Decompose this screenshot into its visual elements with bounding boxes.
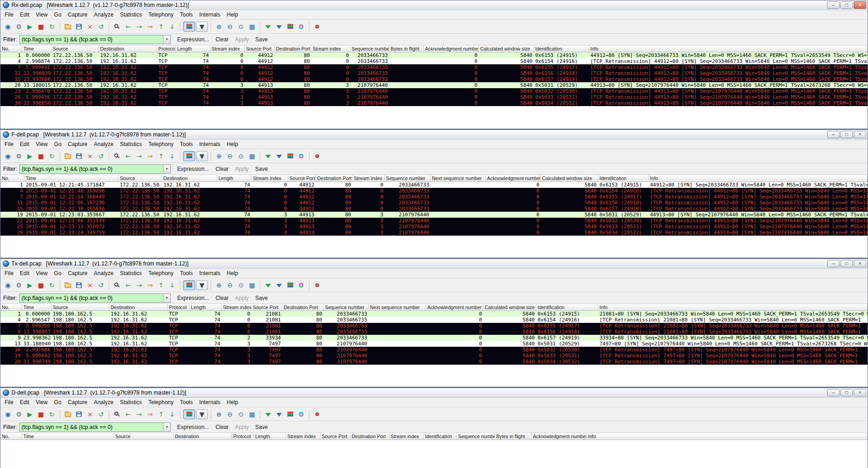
menu-capture[interactable]: Capture: [65, 269, 91, 277]
stop-capture-button[interactable]: ■: [35, 151, 46, 162]
minimize-button[interactable]: –: [827, 389, 840, 396]
menu-analyze[interactable]: Analyze: [91, 11, 117, 19]
packet-row[interactable]: 12015-09-01 12:21:45.171847172.22.136.50…: [0, 182, 868, 188]
help-button[interactable]: [312, 151, 323, 162]
column-header-no[interactable]: No.: [0, 304, 22, 310]
column-header-source-port[interactable]: Source Port: [252, 304, 282, 310]
column-header-calculated-window-size[interactable]: Calculated window size: [479, 45, 534, 52]
zoom-100-button[interactable]: ⊙: [235, 280, 246, 291]
menu-tools[interactable]: Tools: [177, 398, 196, 406]
column-header-identification[interactable]: Identification: [424, 433, 457, 440]
filter-input[interactable]: [20, 294, 163, 302]
clear-button[interactable]: Clear: [215, 36, 229, 43]
stop-capture-button[interactable]: ■: [35, 280, 46, 291]
packet-row[interactable]: 152015-09-01 12:22:30.165656172.22.136.5…: [0, 206, 868, 212]
packet-row[interactable]: 811.998857198.180.162.5192.16.31.62TCP74…: [0, 329, 868, 335]
display-filters-button[interactable]: [274, 409, 285, 420]
save-file-button[interactable]: [73, 21, 84, 32]
packet-row[interactable]: 265.999436172.22.136.50192.16.31.62TCP74…: [0, 94, 868, 100]
display-filters-button[interactable]: [274, 151, 285, 162]
column-header-source-port[interactable]: Source Port: [245, 45, 274, 52]
restart-capture-button[interactable]: ↻: [46, 21, 57, 32]
maximize-button[interactable]: □: [840, 131, 853, 138]
find-packet-button[interactable]: [112, 151, 123, 162]
minimize-button[interactable]: –: [827, 260, 840, 267]
column-header-identification[interactable]: Identification: [598, 175, 649, 181]
stop-capture-button[interactable]: ■: [35, 409, 46, 420]
packet-row[interactable]: 112015-09-01 12:22:06.167296172.22.136.5…: [0, 200, 868, 206]
menu-capture[interactable]: Capture: [65, 398, 91, 406]
column-header-info[interactable]: Info: [649, 175, 868, 181]
resize-columns-button[interactable]: ▦: [246, 409, 258, 420]
column-header-source[interactable]: Source: [114, 433, 174, 440]
column-header-identification[interactable]: Identification: [536, 304, 598, 310]
zoom-out-button[interactable]: ⊖: [224, 151, 235, 162]
zoom-out-button[interactable]: ⊖: [224, 409, 235, 420]
column-header-sequence-number[interactable]: Sequence number: [324, 304, 369, 310]
zoom-in-button[interactable]: ⊕: [213, 21, 224, 32]
packet-row[interactable]: 75.999441172.22.136.50192.16.31.62TCP740…: [0, 64, 868, 70]
go-forward-button[interactable]: →: [134, 21, 145, 32]
preferences-button[interactable]: ⚙: [296, 151, 307, 162]
menu-edit[interactable]: Edit: [17, 269, 33, 277]
close-file-button[interactable]: ×: [84, 280, 95, 291]
resize-columns-button[interactable]: ▦: [246, 280, 258, 291]
column-header-next-sequence-number[interactable]: Next sequence number: [431, 175, 486, 181]
column-header-length[interactable]: Length: [190, 304, 222, 310]
go-to-packet-button[interactable]: ⇒: [145, 280, 156, 291]
column-header-length[interactable]: Length: [217, 175, 252, 181]
column-header-stream-index[interactable]: Stream index: [353, 175, 385, 181]
column-header-no[interactable]: No.: [0, 175, 24, 181]
open-file-button[interactable]: [62, 21, 73, 32]
menu-telephony[interactable]: Telephony: [145, 11, 177, 19]
apply-button[interactable]: Apply: [235, 424, 249, 430]
column-header-no[interactable]: No.: [0, 433, 22, 440]
expression-button[interactable]: Expression...: [177, 36, 209, 43]
column-header-acknowledgment-number[interactable]: Acknowledgment number: [532, 433, 587, 440]
column-header-info[interactable]: Info: [587, 433, 868, 440]
column-header-destination[interactable]: Destination: [109, 304, 168, 310]
reload-file-button[interactable]: ↺: [95, 21, 106, 32]
expression-button[interactable]: Expression...: [177, 166, 209, 172]
stop-capture-button[interactable]: ■: [35, 21, 46, 32]
capture-options-button[interactable]: ⚙: [13, 151, 24, 162]
packet-row[interactable]: 1523.997686172.22.136.50192.16.31.62TCP7…: [0, 76, 868, 82]
coloring-rules-button[interactable]: [285, 151, 296, 162]
menu-view[interactable]: View: [33, 269, 51, 277]
autoscroll-toggle[interactable]: ▼: [196, 22, 208, 32]
zoom-in-button[interactable]: ⊕: [213, 409, 224, 420]
autoscroll-toggle[interactable]: ▼: [196, 151, 208, 161]
go-back-button[interactable]: ←: [123, 409, 134, 420]
menu-file[interactable]: File: [1, 398, 17, 406]
column-header-length[interactable]: Length: [176, 45, 210, 52]
capture-filters-button[interactable]: [263, 409, 274, 420]
go-back-button[interactable]: ←: [123, 21, 134, 32]
column-header-stream-index[interactable]: Stream index: [210, 45, 245, 52]
go-to-bottom-button[interactable]: ↓: [167, 151, 178, 162]
menu-help[interactable]: Help: [224, 269, 241, 277]
go-to-top-button[interactable]: ↑: [156, 280, 167, 291]
expression-button[interactable]: Expression...: [177, 295, 209, 301]
menu-capture[interactable]: Capture: [65, 140, 91, 148]
display-filters-button[interactable]: [274, 280, 285, 291]
find-packet-button[interactable]: [112, 280, 123, 291]
open-file-button[interactable]: [62, 409, 73, 420]
clear-button[interactable]: Clear: [215, 295, 229, 301]
list-interfaces-button[interactable]: ◉: [2, 151, 13, 162]
coloring-rules-button[interactable]: [285, 280, 296, 291]
column-header-stream-index[interactable]: Stream index: [311, 45, 350, 52]
filter-dropdown-button[interactable]: ▼: [163, 165, 170, 173]
packet-row[interactable]: 42.996547198.180.162.5192.16.31.62TCP740…: [0, 317, 868, 323]
menu-go[interactable]: Go: [51, 140, 65, 148]
menu-edit[interactable]: Edit: [17, 11, 33, 19]
menu-statistics[interactable]: Statistics: [117, 11, 145, 19]
column-header-info[interactable]: Info: [598, 304, 868, 310]
capture-filters-button[interactable]: [263, 151, 274, 162]
save-file-button[interactable]: [73, 151, 84, 162]
column-header-info[interactable]: Info: [589, 45, 868, 52]
menu-internals[interactable]: Internals: [196, 11, 224, 19]
column-header-source-port[interactable]: Source Port: [288, 175, 316, 181]
find-packet-button[interactable]: [112, 21, 123, 32]
filter-input[interactable]: [20, 423, 163, 431]
column-header-source[interactable]: Source: [51, 45, 99, 52]
